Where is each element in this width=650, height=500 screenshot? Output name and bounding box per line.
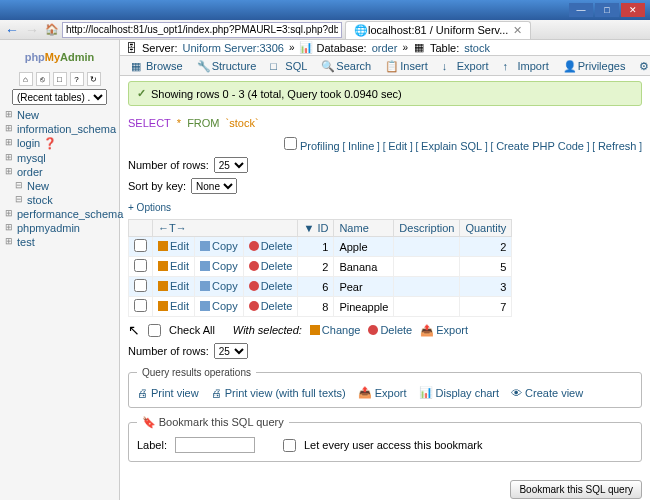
cell-name: Pineapple <box>334 297 394 317</box>
tree-new[interactable]: New <box>5 108 119 122</box>
delete-icon <box>249 301 259 311</box>
delete-icon <box>249 241 259 251</box>
edit-link[interactable]: Edit <box>388 140 407 152</box>
delete-link[interactable]: Delete <box>249 280 293 292</box>
bc-table[interactable]: stock <box>464 42 490 54</box>
row-checkbox[interactable] <box>134 279 147 292</box>
bookmark-label-input[interactable] <box>175 437 255 453</box>
sql-icon[interactable]: □ <box>53 72 67 86</box>
bulk-delete[interactable]: Delete <box>368 324 412 336</box>
tree-mysql[interactable]: mysql <box>5 151 119 165</box>
browser-tab[interactable]: 🌐 localhost:81 / Uniform Serv... ✕ <box>345 21 531 39</box>
numrows-select-2[interactable]: 25 <box>214 343 248 359</box>
window-minimize-button[interactable]: — <box>569 3 593 17</box>
tab-search[interactable]: 🔍Search <box>315 58 377 74</box>
row-checkbox[interactable] <box>134 259 147 272</box>
tab-close-icon[interactable]: ✕ <box>513 24 522 37</box>
tab-export[interactable]: ↓Export <box>436 58 495 74</box>
print-view[interactable]: 🖨Print view <box>137 386 199 399</box>
tab-sql[interactable]: □SQL <box>264 58 313 74</box>
print-view-full[interactable]: 🖨Print view (with full texts) <box>211 386 346 399</box>
forward-button[interactable]: → <box>22 21 42 39</box>
tree-order[interactable]: order <box>5 165 119 179</box>
chart-icon: 📊 <box>419 386 433 399</box>
back-button[interactable]: ← <box>2 21 22 39</box>
refresh-link[interactable]: Refresh <box>598 140 637 152</box>
cell-id: 1 <box>298 237 334 257</box>
bookmark-legend: 🔖 Bookmark this SQL query <box>137 416 289 429</box>
delete-icon <box>368 325 378 335</box>
tab-insert[interactable]: 📋Insert <box>379 58 434 74</box>
delete-icon <box>249 261 259 271</box>
profiling-row: Profiling [ Inline ] [ Edit ] [ Explain … <box>128 137 642 152</box>
inline-link[interactable]: Inline <box>348 140 374 152</box>
logout-icon[interactable]: ⎋ <box>36 72 50 86</box>
edit-link[interactable]: Edit <box>158 280 189 292</box>
check-all-label[interactable]: Check All <box>169 324 215 336</box>
window-titlebar: — □ ✕ <box>0 0 650 20</box>
home-icon[interactable]: ⌂ <box>19 72 33 86</box>
tree-performance-schema[interactable]: performance_schema <box>5 207 119 221</box>
reload-icon[interactable]: ↻ <box>87 72 101 86</box>
tab-browse[interactable]: ▦Browse <box>125 58 189 74</box>
qr-export[interactable]: 📤Export <box>358 386 407 399</box>
options-toggle[interactable]: + Options <box>128 202 171 213</box>
profiling-checkbox[interactable] <box>284 137 297 150</box>
cell-desc <box>394 257 460 277</box>
copy-link[interactable]: Copy <box>200 260 238 272</box>
copy-link[interactable]: Copy <box>200 240 238 252</box>
create-view[interactable]: 👁Create view <box>511 386 583 399</box>
create-php-link[interactable]: Create PHP Code <box>496 140 584 152</box>
explain-link[interactable]: Explain SQL <box>421 140 482 152</box>
bulk-export[interactable]: 📤Export <box>420 324 468 337</box>
th-description[interactable]: Description <box>394 220 460 237</box>
copy-link[interactable]: Copy <box>200 280 238 292</box>
delete-link[interactable]: Delete <box>249 240 293 252</box>
display-chart[interactable]: 📊Display chart <box>419 386 500 399</box>
edit-link[interactable]: Edit <box>158 300 189 312</box>
cell-qty: 3 <box>460 277 512 297</box>
tree-information-schema[interactable]: information_schema <box>5 122 119 136</box>
sort-arrows[interactable]: ←T→ <box>158 222 187 234</box>
query-results-operations: Query results operations 🖨Print view 🖨Pr… <box>128 367 642 408</box>
bulk-change[interactable]: Change <box>310 324 361 336</box>
home-icon[interactable]: 🏠 <box>42 21 62 39</box>
docs-icon[interactable]: ? <box>70 72 84 86</box>
tab-structure[interactable]: 🔧Structure <box>191 58 263 74</box>
edit-link[interactable]: Edit <box>158 240 189 252</box>
th-quantity[interactable]: Quantity <box>460 220 512 237</box>
tab-privileges[interactable]: 👤Privileges <box>557 58 632 74</box>
th-name[interactable]: Name <box>334 220 394 237</box>
sort-down-icon[interactable]: ▼ <box>303 222 314 234</box>
tree-order-stock[interactable]: stock <box>15 193 119 207</box>
check-all-checkbox[interactable] <box>148 324 161 337</box>
bookmark-submit-button[interactable]: Bookmark this SQL query <box>510 480 642 499</box>
url-input[interactable] <box>62 22 342 38</box>
bookmark-label-text: Label: <box>137 439 167 451</box>
numrows-select[interactable]: 25 <box>214 157 248 173</box>
row-checkbox[interactable] <box>134 239 147 252</box>
tree-login[interactable]: login ❓ <box>5 136 119 151</box>
copy-link[interactable]: Copy <box>200 300 238 312</box>
copy-icon <box>200 261 210 271</box>
window-close-button[interactable]: ✕ <box>621 3 645 17</box>
tab-operations[interactable]: ⚙Operations <box>633 58 650 74</box>
row-checkbox[interactable] <box>134 299 147 312</box>
tree-order-new[interactable]: New <box>15 179 119 193</box>
bc-db[interactable]: order <box>372 42 398 54</box>
tree-test[interactable]: test <box>5 235 119 249</box>
sort-select[interactable]: None <box>191 178 237 194</box>
sort-label: Sort by key: <box>128 180 186 192</box>
bookmark-access-checkbox[interactable] <box>283 439 296 452</box>
phpmyadmin-logo: phpMyAdmin <box>0 43 119 69</box>
bc-server[interactable]: Uniform Server:3306 <box>182 42 284 54</box>
edit-link[interactable]: Edit <box>158 260 189 272</box>
tree-phpmyadmin[interactable]: phpmyadmin <box>5 221 119 235</box>
delete-link[interactable]: Delete <box>249 260 293 272</box>
recent-tables-select[interactable]: (Recent tables) ... <box>12 89 107 105</box>
check-icon: ✓ <box>137 87 146 100</box>
tab-import[interactable]: ↑Import <box>497 58 555 74</box>
delete-link[interactable]: Delete <box>249 300 293 312</box>
th-id[interactable]: ID <box>317 222 328 234</box>
window-maximize-button[interactable]: □ <box>595 3 619 17</box>
